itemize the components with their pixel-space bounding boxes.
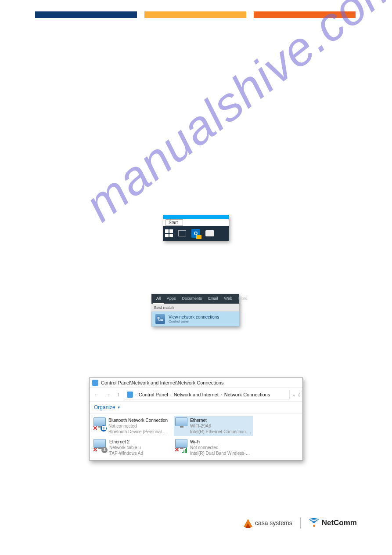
connection-status: WIFI-29A6 [190, 423, 252, 429]
casa-triangle-icon [244, 519, 252, 527]
adapter-icon: ✕🅱 [94, 417, 106, 431]
nav-toolbar: ← → ↑ › Control Panel › Network and Inte… [90, 388, 302, 402]
network-connections-icon [155, 314, 165, 324]
adapter-icon [175, 417, 187, 431]
outlook-icon[interactable]: O [191, 229, 200, 238]
svg-rect-1 [161, 319, 163, 321]
search-result-item[interactable]: View network connections Control panel [151, 312, 239, 326]
windows-start-icon[interactable] [165, 229, 173, 237]
tab-apps[interactable]: Apps [164, 294, 179, 304]
tab-more[interactable]: More [235, 294, 251, 304]
svg-rect-0 [157, 317, 160, 319]
result-title: View network connections [169, 315, 219, 319]
ethernet-badge-icon: 🖧 [101, 447, 108, 453]
header-stripes [35, 11, 356, 18]
stripe-3 [254, 11, 356, 18]
netcomm-logo: NetComm [309, 518, 357, 528]
window-title-bar: Control Panel\Network and Internet\Netwo… [90, 378, 302, 388]
connection-status: Not connected [190, 445, 252, 450]
casa-text: casa systems [255, 519, 292, 526]
adapter-icon: ✕ [175, 439, 187, 452]
adapter-icon: ✕🖧 [94, 439, 107, 452]
best-match-label: Best match [151, 304, 239, 312]
tab-web[interactable]: Web [221, 294, 235, 304]
connection-name: Ethernet [190, 417, 252, 423]
connection-name: Bluetooth Network Connection [108, 417, 170, 423]
wifi-bars-icon [182, 448, 188, 453]
task-view-icon[interactable] [178, 230, 186, 236]
connection-status: Network cable u [109, 445, 143, 450]
bluetooth-badge-icon: 🅱 [101, 425, 107, 432]
connection-name: Ethernet 2 [109, 439, 143, 445]
search-tabs: All Apps Documents Email Web More [151, 294, 239, 304]
breadcrumb-root-icon [127, 392, 133, 398]
organize-menu[interactable]: Organize ▼ [90, 402, 302, 414]
connection-item[interactable]: ✕🖧Ethernet 2Network cable uTAP-Windows A… [92, 438, 171, 457]
search-result-screenshot: All Apps Documents Email Web More Best m… [151, 294, 239, 326]
organize-label: Organize [94, 404, 115, 410]
mail-icon[interactable] [205, 230, 214, 236]
disconnected-x-icon: ✕ [93, 446, 98, 453]
dropdown-arrow-icon: ▼ [117, 406, 121, 410]
connection-device: Intel(R) Dual Band Wireless-AC 82... [190, 450, 252, 456]
stripe-1 [35, 11, 137, 18]
start-taskbar-screenshot: Start O [163, 215, 229, 241]
breadcrumb-2[interactable]: Network and Internet [174, 392, 219, 397]
connection-item[interactable]: ✕Wi-FiNot connectedIntel(R) Dual Band Wi… [174, 438, 253, 457]
connection-item[interactable]: ✕🅱Bluetooth Network ConnectionNot connec… [92, 416, 171, 436]
netcomm-arc-icon [309, 518, 319, 528]
divider [300, 517, 301, 529]
forward-arrow-icon: → [104, 392, 112, 398]
connection-device: Intel(R) Ethernet Connection (4) I... [190, 429, 252, 435]
connection-device: TAP-Windows Ad [109, 450, 143, 456]
breadcrumb-1[interactable]: Control Panel [139, 392, 168, 397]
connection-device: Bluetooth Device (Personal Area ... [108, 429, 170, 435]
disconnected-x-icon: ✕ [174, 446, 180, 453]
connection-item[interactable]: EthernetWIFI-29A6Intel(R) Ethernet Conne… [174, 416, 253, 436]
start-tooltip: Start [165, 219, 183, 226]
titlebar-accent [163, 215, 229, 219]
window-title: Control Panel\Network and Internet\Netwo… [101, 380, 223, 385]
stripe-2 [144, 11, 246, 18]
connection-name: Wi-Fi [190, 439, 252, 445]
tab-email[interactable]: Email [205, 294, 221, 304]
breadcrumb-3[interactable]: Network Connections [224, 392, 270, 397]
tab-documents[interactable]: Documents [179, 294, 205, 304]
footer-logos: casa systems NetComm [244, 517, 357, 529]
control-panel-icon [92, 380, 98, 386]
disconnected-x-icon: ✕ [93, 424, 98, 432]
taskbar: O [163, 226, 229, 241]
casa-systems-logo: casa systems [244, 519, 292, 527]
connections-grid: ✕🅱Bluetooth Network ConnectionNot connec… [90, 414, 302, 460]
connection-status: Not connected [108, 423, 170, 429]
tab-all[interactable]: All [153, 294, 164, 304]
back-arrow-icon[interactable]: ← [92, 392, 101, 398]
network-connections-window: Control Panel\Network and Internet\Netwo… [89, 377, 303, 461]
breadcrumb[interactable]: › Control Panel › Network and Internet ›… [124, 390, 290, 399]
watermark-text: manualshive.com [75, 0, 392, 232]
up-arrow-icon[interactable]: ↑ [115, 392, 121, 398]
result-subtitle: Control panel [169, 319, 219, 323]
netcomm-text: NetComm [322, 519, 357, 527]
